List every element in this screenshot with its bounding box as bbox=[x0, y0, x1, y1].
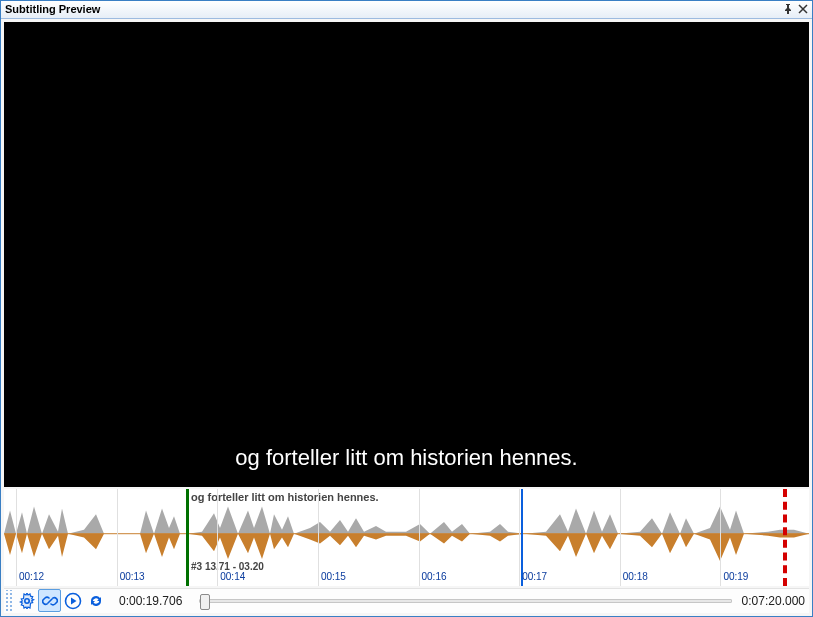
close-icon[interactable] bbox=[796, 2, 810, 16]
gear-icon bbox=[19, 593, 35, 609]
waveform-timeline[interactable]: og forteller litt om historien hennes. #… bbox=[4, 489, 809, 586]
ruler-label: 00:16 bbox=[422, 571, 447, 582]
refresh-button[interactable] bbox=[84, 589, 107, 612]
cue-end-marker[interactable] bbox=[783, 489, 787, 586]
ruler-label: 00:14 bbox=[220, 571, 245, 582]
play-button[interactable] bbox=[61, 589, 84, 612]
duration: 0:07:20.000 bbox=[742, 594, 805, 608]
play-circle-icon bbox=[64, 592, 82, 610]
transport-bar: 0:00:19.706 0:07:20.000 bbox=[4, 588, 809, 613]
titlebar: Subtitling Preview bbox=[1, 1, 812, 19]
window-title: Subtitling Preview bbox=[3, 3, 780, 15]
ruler-tick bbox=[117, 489, 118, 586]
ruler-label: 00:15 bbox=[321, 571, 346, 582]
subtitling-preview-panel: Subtitling Preview og forteller litt om … bbox=[0, 0, 813, 617]
current-time: 0:00:19.706 bbox=[119, 594, 189, 608]
link-icon bbox=[42, 593, 58, 609]
link-button[interactable] bbox=[38, 589, 61, 612]
pin-icon[interactable] bbox=[781, 2, 795, 16]
ruler-label: 00:17 bbox=[522, 571, 547, 582]
refresh-icon bbox=[88, 593, 104, 609]
ruler-tick bbox=[217, 489, 218, 586]
subtitle-overlay: og forteller litt om historien hennes. bbox=[4, 444, 809, 473]
ruler-tick bbox=[318, 489, 319, 586]
seek-slider[interactable] bbox=[199, 599, 732, 603]
video-preview[interactable]: og forteller litt om historien hennes. bbox=[4, 22, 809, 487]
ruler-tick bbox=[16, 489, 17, 586]
ruler-tick bbox=[620, 489, 621, 586]
ruler-label: 00:12 bbox=[19, 571, 44, 582]
grip-handle-icon[interactable] bbox=[4, 590, 13, 612]
cue-start-marker[interactable] bbox=[186, 489, 189, 586]
settings-button[interactable] bbox=[15, 589, 38, 612]
seek-thumb[interactable] bbox=[200, 594, 210, 610]
ruler-tick bbox=[419, 489, 420, 586]
ruler-label: 00:19 bbox=[723, 571, 748, 582]
ruler-label: 00:18 bbox=[623, 571, 648, 582]
ruler-tick bbox=[720, 489, 721, 586]
ruler-tick bbox=[519, 489, 520, 586]
cue-text-label: og forteller litt om historien hennes. bbox=[191, 491, 379, 503]
ruler-label: 00:13 bbox=[120, 571, 145, 582]
